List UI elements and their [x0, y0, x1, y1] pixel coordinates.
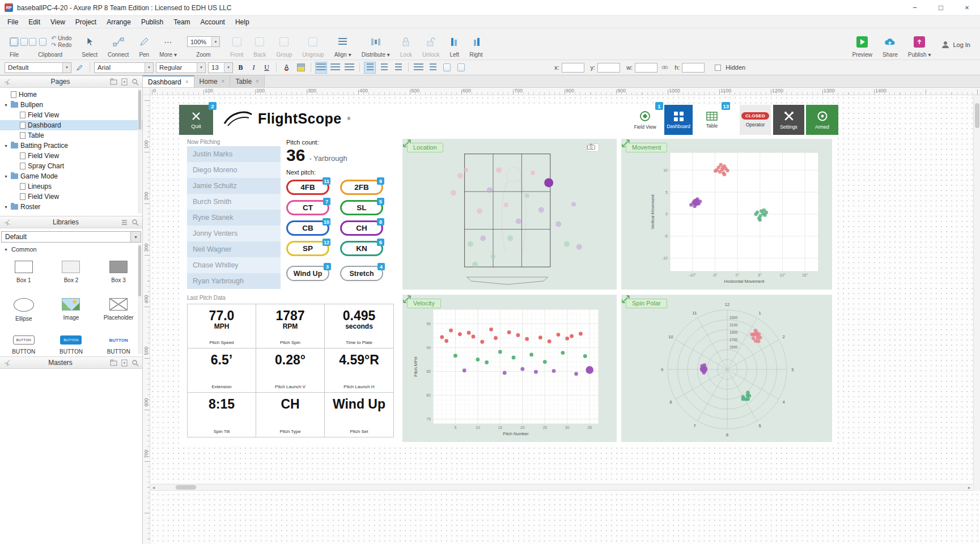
menu-team[interactable]: Team	[168, 18, 195, 26]
annotation-badge[interactable]: 1	[655, 102, 663, 110]
add-page-icon[interactable]	[121, 359, 128, 367]
select-tool[interactable]: Select	[77, 29, 103, 60]
page-item-home[interactable]: Home	[0, 90, 142, 100]
expand-icon[interactable]	[621, 295, 630, 304]
cut-icon[interactable]	[29, 38, 36, 46]
w-input[interactable]	[635, 63, 657, 73]
tab-close-icon[interactable]: ×	[222, 78, 225, 84]
page-item-roster[interactable]: ▾Roster	[0, 202, 142, 212]
pitch-button-kn[interactable]: KN6	[340, 241, 383, 256]
page-item-bullpen[interactable]: ▾Bullpen	[0, 100, 142, 110]
page-item-table[interactable]: Table	[0, 130, 142, 141]
pitch-button-wind-up[interactable]: Wind Up3	[286, 266, 329, 281]
pitch-button-sp[interactable]: SP12	[286, 241, 329, 256]
pitch-button-stretch[interactable]: Stretch4	[340, 266, 383, 281]
edit-style-button[interactable]	[74, 62, 86, 74]
annotation-badge[interactable]: 5	[377, 198, 384, 205]
annotation-badge[interactable]: 4	[377, 263, 385, 270]
zoom-dropdown-arrow[interactable]: ▾	[211, 37, 219, 46]
search-icon[interactable]	[131, 219, 139, 226]
canvas-h-scrollbar[interactable]: ◂ ▸	[150, 484, 973, 491]
align-middle-button[interactable]	[378, 62, 390, 74]
tree-twisty-icon[interactable]: ▾	[3, 174, 9, 179]
align-menu[interactable]: Align ▾	[329, 29, 357, 60]
pitch-button-2fb[interactable]: 2FB9	[340, 180, 383, 195]
velocity-chip[interactable]: Velocity	[407, 299, 441, 308]
proto-nav-operator[interactable]: CLOSEDOperator	[740, 105, 771, 135]
widget-box1[interactable]: Box 1	[0, 258, 48, 295]
clipboard-group[interactable]: ↶Undo ↷Redo Clipboard	[24, 29, 77, 60]
widget-box2[interactable]: Box 2	[48, 258, 95, 295]
more-tools[interactable]: ⋯ More ▾	[154, 29, 182, 60]
style-preset-select[interactable]: Default▾	[5, 62, 71, 73]
annotation-badge[interactable]: 8	[377, 218, 384, 226]
collapse-panel-icon[interactable]	[3, 219, 11, 226]
y-input[interactable]	[597, 63, 620, 73]
search-icon[interactable]	[131, 359, 139, 367]
menu-publish[interactable]: Publish	[136, 18, 168, 26]
pitch-button-sl[interactable]: SL5	[340, 200, 383, 215]
font-style-select[interactable]: Regular▾	[156, 62, 206, 73]
tree-twisty-icon[interactable]: ▾	[3, 143, 9, 148]
bold-button[interactable]: B	[235, 62, 246, 73]
page-item-lineups[interactable]: Lineups	[0, 181, 142, 192]
align-text-center-button[interactable]	[329, 62, 341, 74]
add-folder-icon[interactable]	[110, 78, 117, 86]
movement-chip[interactable]: Movement	[626, 143, 667, 152]
ungroup-button[interactable]: Ungroup	[297, 29, 329, 60]
design-canvas[interactable]: Quit 2 FlightScope ® Field View1Dashboar…	[150, 95, 980, 544]
font-family-select[interactable]: Arial▾	[94, 62, 154, 73]
bullet-list-button[interactable]	[413, 62, 425, 74]
tab-close-icon[interactable]: ×	[185, 79, 189, 85]
lock-button[interactable]: Lock	[395, 29, 417, 60]
font-color-button[interactable]: A	[281, 62, 292, 74]
align-left-button[interactable]: Left	[444, 29, 464, 60]
menu-arrange[interactable]: Arrange	[101, 18, 136, 26]
proto-nav-field-view[interactable]: Field View1	[631, 105, 659, 135]
align-top-button[interactable]	[364, 62, 376, 74]
pitcher-burch-smith[interactable]: Burch Smith	[187, 194, 281, 210]
align-text-right-button[interactable]	[343, 62, 355, 74]
widget-button-link[interactable]: BUTTONBUTTON	[95, 333, 142, 356]
minimize-button[interactable]: −	[902, 0, 928, 15]
fill-color-button[interactable]	[455, 62, 467, 74]
login-button[interactable]: Log In	[936, 29, 975, 60]
add-folder-icon[interactable]	[110, 359, 117, 367]
distribute-menu[interactable]: Distribute ▾	[357, 29, 395, 60]
page-item-batting-practice[interactable]: ▾Batting Practice	[0, 141, 142, 151]
add-page-icon[interactable]	[121, 78, 128, 86]
tab-table[interactable]: Table×	[230, 75, 265, 87]
h-scroll-thumb[interactable]	[176, 485, 196, 490]
underline-button[interactable]: U	[261, 62, 272, 73]
annotation-badge[interactable]: 12	[323, 239, 330, 246]
widget-button-default[interactable]: BUTTONBUTTON	[0, 333, 48, 356]
pitcher-ryne-stanek[interactable]: Ryne Stanek	[187, 210, 281, 226]
proto-nav-table[interactable]: Table13	[698, 105, 726, 135]
widget-placeholder[interactable]: Placeholder	[95, 295, 142, 333]
menu-account[interactable]: Account	[196, 18, 230, 26]
proto-nav-settings[interactable]: Settings	[773, 105, 804, 135]
expand-icon[interactable]	[402, 295, 411, 304]
tree-twisty-icon[interactable]: ▾	[3, 103, 9, 108]
proto-nav-dashboard[interactable]: Dashboard	[664, 105, 693, 135]
annotation-badge[interactable]: 11	[323, 177, 330, 185]
page-item-dashboard[interactable]: Dashboard	[0, 120, 142, 130]
expand-icon[interactable]	[621, 139, 630, 148]
tree-twisty-icon[interactable]: ▾	[3, 205, 9, 210]
connect-tool[interactable]: Connect	[103, 29, 134, 60]
widget-ellipse[interactable]: Ellipse	[0, 295, 48, 333]
library-select[interactable]: Default ▾	[1, 231, 141, 243]
menu-project[interactable]: Project	[70, 18, 101, 26]
pitcher-jamie-schultz[interactable]: Jamie Schultz	[187, 178, 281, 194]
x-input[interactable]	[562, 63, 584, 73]
widget-box3[interactable]: Box 3	[95, 258, 142, 295]
italic-button[interactable]: I	[248, 62, 259, 73]
widget-image[interactable]: Image	[48, 295, 95, 333]
library-section-common[interactable]: ▾ Common	[0, 244, 142, 254]
undo-button[interactable]: ↶Undo	[51, 35, 71, 41]
annotation-badge[interactable]: 9	[377, 177, 384, 185]
search-icon[interactable]	[131, 78, 139, 86]
menu-edit[interactable]: Edit	[23, 18, 45, 26]
paste-icon[interactable]	[39, 38, 46, 46]
align-bottom-button[interactable]	[392, 62, 404, 74]
